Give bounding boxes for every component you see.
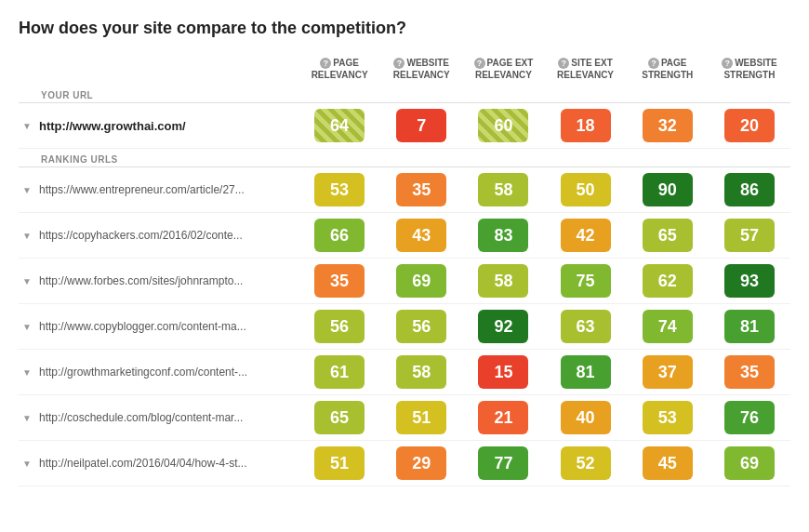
chevron-icon[interactable]: ▼ (22, 231, 33, 241)
chevron-icon[interactable]: ▼ (22, 121, 33, 131)
score-cell: 62 (627, 259, 709, 304)
chevron-icon[interactable]: ▼ (22, 459, 33, 469)
website-strength-help-icon[interactable]: ? (722, 58, 733, 69)
page-relevancy-header: ?PAGERELEVANCY (298, 53, 380, 85)
score-cell: 35 (380, 167, 462, 213)
your-url-section-label: YOUR URL (19, 85, 790, 103)
score-cell: 58 (462, 167, 544, 213)
score-cell: 18 (545, 103, 627, 149)
chevron-icon[interactable]: ▼ (22, 413, 33, 423)
table-row: ▼http://www.forbes.com/sites/johnrampto.… (19, 259, 790, 304)
score-cell: 65 (627, 213, 709, 259)
table-row: ▼http://www.copyblogger.com/content-ma..… (19, 304, 790, 350)
score-cell: 92 (462, 304, 544, 350)
score-cell: 66 (298, 213, 380, 259)
chevron-icon[interactable]: ▼ (22, 367, 33, 378)
score-cell: 81 (709, 304, 790, 350)
comparison-table: ?PAGERELEVANCY ?WEBSITERELEVANCY ?PAGE E… (19, 53, 790, 486)
score-cell: 90 (627, 167, 709, 213)
score-cell: 57 (709, 213, 790, 259)
score-cell: 37 (627, 350, 709, 395)
score-cell: 56 (380, 304, 462, 350)
website-relevancy-help-icon[interactable]: ? (393, 58, 404, 69)
table-row: ▼http://neilpatel.com/2016/04/04/how-4-s… (19, 441, 790, 486)
score-cell: 56 (298, 304, 380, 350)
score-cell: 40 (545, 395, 627, 441)
score-cell: 51 (380, 395, 462, 441)
chevron-icon[interactable]: ▼ (22, 322, 33, 332)
site-ext-relevancy-help-icon[interactable]: ? (558, 58, 569, 69)
ranking-url-text: http://growthmarketingconf.com/content-.… (39, 366, 247, 379)
score-cell: 51 (298, 441, 380, 486)
page-ext-relevancy-header: ?PAGE EXTRELEVANCY (462, 53, 544, 85)
score-cell: 76 (709, 395, 790, 441)
page-title: How does your site compare to the compet… (19, 19, 790, 38)
score-cell: 81 (545, 350, 627, 395)
your-url-text: http://www.growthai.com/ (39, 119, 186, 133)
score-cell: 58 (380, 350, 462, 395)
score-cell: 63 (545, 304, 627, 350)
table-row: ▼http://growthmarketingconf.com/content-… (19, 350, 790, 395)
page-strength-help-icon[interactable]: ? (648, 58, 659, 69)
score-cell: 20 (709, 103, 790, 149)
table-row: ▼https://www.entrepreneur.com/article/27… (19, 167, 790, 213)
chevron-icon[interactable]: ▼ (22, 185, 33, 195)
score-cell: 74 (627, 304, 709, 350)
score-cell: 15 (462, 350, 544, 395)
score-cell: 52 (545, 441, 627, 486)
ranking-url-text: http://www.forbes.com/sites/johnrampto..… (39, 274, 243, 287)
page-ext-relevancy-help-icon[interactable]: ? (474, 58, 485, 69)
score-cell: 58 (462, 259, 544, 304)
your-url-row: ▼http://www.growthai.com/64760183220 (19, 103, 790, 149)
ranking-url-text: https://www.entrepreneur.com/article/27.… (39, 183, 245, 196)
score-cell: 64 (298, 103, 380, 149)
ranking-url-text: http://coschedule.com/blog/content-mar..… (39, 411, 243, 424)
score-cell: 77 (462, 441, 544, 486)
ranking-url-text: http://neilpatel.com/2016/04/04/how-4-st… (39, 457, 246, 470)
table-row: ▼http://coschedule.com/blog/content-mar.… (19, 395, 790, 441)
score-cell: 69 (709, 441, 790, 486)
score-cell: 7 (380, 103, 462, 149)
score-cell: 93 (709, 259, 790, 304)
chevron-icon[interactable]: ▼ (22, 276, 33, 286)
score-cell: 53 (627, 395, 709, 441)
score-cell: 35 (709, 350, 790, 395)
score-cell: 29 (380, 441, 462, 486)
score-cell: 86 (709, 167, 790, 213)
score-cell: 60 (462, 103, 544, 149)
table-row: ▼https://copyhackers.com/2016/02/conte..… (19, 213, 790, 259)
score-cell: 50 (545, 167, 627, 213)
score-cell: 32 (627, 103, 709, 149)
ranking-url-text: http://www.copyblogger.com/content-ma... (39, 320, 246, 333)
score-cell: 43 (380, 213, 462, 259)
score-cell: 42 (545, 213, 627, 259)
score-cell: 35 (298, 259, 380, 304)
score-cell: 69 (380, 259, 462, 304)
website-strength-header: ?WEBSITESTRENGTH (709, 53, 790, 85)
ranking-url-text: https://copyhackers.com/2016/02/conte... (39, 229, 243, 242)
site-ext-relevancy-header: ?SITE EXTRELEVANCY (545, 53, 627, 85)
score-cell: 45 (627, 441, 709, 486)
score-cell: 83 (462, 213, 544, 259)
url-column-header (19, 53, 298, 85)
score-cell: 53 (298, 167, 380, 213)
website-relevancy-header: ?WEBSITERELEVANCY (380, 53, 462, 85)
score-cell: 75 (545, 259, 627, 304)
page-relevancy-help-icon[interactable]: ? (320, 58, 331, 69)
score-cell: 65 (298, 395, 380, 441)
score-cell: 21 (462, 395, 544, 441)
page-strength-header: ?PAGESTRENGTH (627, 53, 709, 85)
ranking-urls-section-label: RANKING URLS (19, 149, 790, 167)
score-cell: 61 (298, 350, 380, 395)
